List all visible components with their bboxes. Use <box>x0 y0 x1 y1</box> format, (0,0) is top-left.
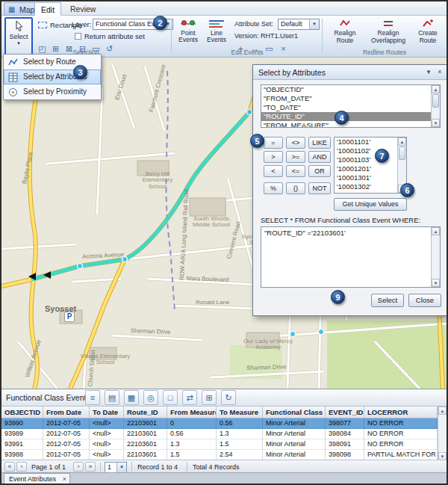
table-cell: Minor Arterial <box>263 450 326 460</box>
operator-button-greater-equal[interactable]: >= <box>286 151 305 163</box>
operator-button-parentheses[interactable]: () <box>286 182 305 194</box>
dialog-close-button[interactable]: Close <box>408 294 441 307</box>
column-header[interactable]: Functional Class <box>263 407 326 418</box>
scrollbar-thumb[interactable] <box>432 94 439 108</box>
zoom-to-selection-icon[interactable]: ◎ <box>143 390 158 405</box>
last-page-button[interactable]: » <box>85 462 96 472</box>
return-attribute-set-checkbox[interactable] <box>75 33 81 40</box>
select-cursor-icon <box>14 20 24 31</box>
table-scrollbar[interactable]: ▲ ▼ <box>438 407 447 460</box>
value-item[interactable]: '10001301' <box>335 173 406 182</box>
operator-button-greater[interactable]: > <box>264 151 283 163</box>
chevron-down-icon[interactable]: ▾ <box>309 19 319 29</box>
column-header[interactable]: OBJECTID <box>1 407 43 418</box>
next-page-button[interactable]: › <box>73 462 84 472</box>
operator-button-not-equal[interactable]: <> <box>286 137 305 149</box>
value-item[interactable]: '10001101' <box>335 138 406 146</box>
total-records-label: Total 4 Records <box>193 463 240 471</box>
map-label: Sharman Drive <box>246 363 287 371</box>
page-size-select[interactable]: 1 ▾ <box>105 462 127 473</box>
column-header[interactable]: EVENT_ID <box>326 407 364 418</box>
field-listbox[interactable]: "OBJECTID" "FROM_DATE" "TO_DATE" "ROUTE_… <box>261 84 441 128</box>
field-item[interactable]: "OBJECTID" <box>261 85 440 94</box>
group-label-edit-events: Edit Events <box>172 49 323 56</box>
field-item[interactable]: "FROM_MEASURE" <box>261 121 440 128</box>
prev-page-button[interactable]: ‹ <box>16 462 27 472</box>
value-item[interactable]: '10001102' <box>335 146 406 155</box>
table-cell: NO ERROR <box>364 418 438 429</box>
tab-event-attributes[interactable]: Event Attributes × <box>4 473 70 484</box>
operator-button-like[interactable]: LIKE <box>308 137 331 149</box>
column-header[interactable]: To Measure <box>217 407 263 418</box>
value-item[interactable]: '10001201' <box>335 164 406 173</box>
table-row[interactable]: 93991 2012-07-05 <null> 22103601 1.3 1.5… <box>1 439 438 450</box>
table-options-icon[interactable]: ≡ <box>85 390 100 405</box>
attribute-window-icon[interactable]: ⊞ <box>202 390 217 405</box>
clear-selection-icon[interactable]: □ <box>163 390 178 405</box>
table-row[interactable]: 93988 2012-07-05 <null> 22103601 1.5 2.5… <box>1 450 438 460</box>
table-header-row: OBJECTID From Date To Date Route_ID From… <box>1 407 438 418</box>
dialog-collapse-icon[interactable]: ▾ <box>424 68 433 75</box>
table-cell: PARTIAL MATCH FOR THE TO-... <box>364 450 438 460</box>
chevron-down-icon[interactable]: ▾ <box>116 463 126 472</box>
table-cell: 1.5 <box>167 450 217 460</box>
scroll-down-icon[interactable]: ▼ <box>432 119 440 127</box>
column-header[interactable]: From Measure <box>167 407 217 418</box>
table-cell: 2012-07-05 <box>43 439 90 450</box>
scroll-up-icon[interactable]: ▲ <box>398 138 406 146</box>
field-item[interactable]: "FROM_DATE" <box>261 94 440 103</box>
dialog-close-icon[interactable]: × <box>435 68 444 75</box>
operator-button-or[interactable]: OR <box>308 165 331 177</box>
where-clause-box[interactable]: "ROUTE_ID" ='22103601' ▲ ▼ <box>261 226 441 288</box>
get-unique-values-button[interactable]: Get Unique Values <box>334 198 407 211</box>
column-header[interactable]: To Date <box>90 407 124 418</box>
field-list-scrollbar[interactable]: ▲ ▼ <box>431 85 440 127</box>
field-item[interactable]: "TO_DATE" <box>261 103 440 112</box>
operator-button-less-equal[interactable]: <= <box>286 165 305 177</box>
select-dropdown-menu: Select by Route Select by Attributes Sel… <box>3 54 102 100</box>
scrollbar-thumb[interactable] <box>399 146 405 160</box>
dialog-titlebar[interactable]: Select by Attributes ▾ × <box>253 65 447 80</box>
switch-selection-icon[interactable]: ⇄ <box>182 390 197 405</box>
scroll-up-icon[interactable]: ▲ <box>438 407 447 415</box>
column-header[interactable]: From Date <box>43 407 90 418</box>
show-selected-records-icon[interactable]: ▦ <box>124 390 139 405</box>
first-page-button[interactable]: « <box>4 462 15 472</box>
attributes-dialog: Select by Attributes ▾ × "OBJECTID" "FRO… <box>252 64 447 316</box>
parking-icon: P <box>64 312 75 322</box>
show-all-records-icon[interactable]: ▤ <box>105 390 119 405</box>
scroll-up-icon[interactable]: ▲ <box>432 227 440 235</box>
column-header[interactable]: Route_ID <box>124 407 167 418</box>
table-cell: <null> <box>90 439 124 450</box>
menu-item-select-by-proximity[interactable]: Select by Proximity <box>4 84 101 99</box>
tab-edit[interactable]: Edit <box>34 2 61 16</box>
attribute-set-combobox[interactable]: Default ▾ <box>278 19 320 30</box>
operator-button-less[interactable]: < <box>264 165 283 177</box>
table-row[interactable]: 93990 2012-07-05 <null> 22103601 0 0.56 … <box>1 418 438 429</box>
table-row[interactable]: 93989 2012-07-05 <null> 22103601 0.56 1.… <box>1 429 438 439</box>
field-item-selected[interactable]: "ROUTE_ID" <box>261 112 440 121</box>
table-cell: 398098 <box>326 450 364 460</box>
values-listbox[interactable]: '10001101' '10001102' '10001103' '100012… <box>334 137 407 194</box>
scroll-down-icon[interactable]: ▼ <box>432 279 440 287</box>
operator-button-percent[interactable]: % <box>264 182 283 194</box>
tab-review[interactable]: Review <box>64 2 102 16</box>
value-item[interactable]: '10001302' <box>335 182 406 191</box>
dialog-title: Select by Attributes <box>258 68 326 77</box>
create-route-icon <box>423 19 434 28</box>
value-item[interactable]: '10001103' <box>335 155 406 164</box>
operator-button-not[interactable]: NOT <box>308 182 331 194</box>
event-table-panel: Functional Class Event ≡ ▤ ▦ ◎ □ ⇄ ⊞ ↻ O… <box>1 389 447 472</box>
refresh-table-icon[interactable]: ↻ <box>221 390 236 405</box>
table-cell: 22103601 <box>124 450 167 460</box>
menu-item-select-by-route[interactable]: Select by Route <box>4 55 101 69</box>
column-header[interactable]: LOCERROR <box>364 407 438 418</box>
select-confirm-button[interactable]: Select <box>371 294 404 307</box>
operator-button-and[interactable]: AND <box>308 151 331 163</box>
scroll-up-icon[interactable]: ▲ <box>432 85 440 93</box>
table-cell: 22103601 <box>124 418 167 429</box>
rectangle-icon <box>38 22 47 28</box>
where-box-scrollbar[interactable]: ▲ ▼ <box>431 227 440 287</box>
tab-close-icon[interactable]: × <box>63 475 66 483</box>
operator-button-equals[interactable]: = <box>264 137 283 149</box>
